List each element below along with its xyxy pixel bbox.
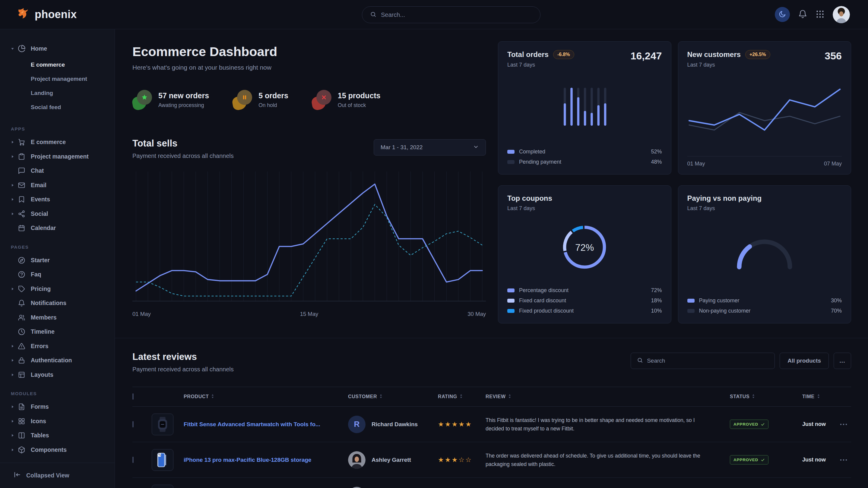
sidebar-item-e-commerce[interactable]: E commerce [0,135,115,150]
sidebar-item-timeline[interactable]: Timeline [0,325,115,339]
legend-label: Fixed card discount [519,297,566,304]
sidebar-item-pricing[interactable]: Pricing [0,282,115,296]
select-all-checkbox[interactable] [132,393,134,400]
sidebar-subitem-e-commerce[interactable]: E commerce [0,58,115,72]
top-coupons-card: Top coupons Last 7 days 72% Percentage d… [498,185,671,323]
sidebar-item-icons[interactable]: Icons [0,414,115,429]
sidebar-section-modules: MODULES [0,391,115,396]
sidebar-item-calendar[interactable]: Calendar [0,221,115,235]
avatar [348,451,366,469]
apps-grid-button[interactable] [815,10,825,20]
legend-swatch [687,299,694,303]
sidebar-item-errors[interactable]: Errors [0,339,115,354]
legend-label: Percentage discount [519,287,568,294]
sidebar-item-chat[interactable]: Chat [0,164,115,178]
phoenix-logo-icon [16,7,30,22]
sidebar-item-social[interactable]: Social [0,207,115,221]
pie-chart-icon [18,44,26,53]
card-value: 16,247 [631,50,662,62]
quick-stats: 57 new orders Awating processing 5 order… [132,90,486,110]
column-header-product[interactable]: PRODUCT [184,394,348,400]
latest-reviews-section: Latest reviews Payment received across a… [115,338,868,488]
status-badge: APPROVED [730,455,769,464]
sidebar-item-forms[interactable]: Forms [0,400,115,414]
sidebar-item-layouts[interactable]: Layouts [0,368,115,382]
bell-icon [798,9,807,20]
x-axis-label: 07 May [824,161,842,167]
sidebar-item-home[interactable]: Home [0,41,115,56]
sidebar-item-label: Members [31,314,57,321]
apps-grid-icon [815,10,825,20]
avatar [348,487,366,488]
total-sells-x-labels: 01 May15 May30 May [132,311,486,317]
reviews-search-input[interactable] [647,357,769,364]
x-icon [312,90,332,110]
paying-vs-non-paying-card: Paying vs non paying Last 7 days Paying … [678,185,851,323]
legend-value: 72% [651,287,662,294]
user-avatar[interactable] [833,6,850,23]
sidebar-item-starter[interactable]: Starter [0,253,115,268]
navbar-search-input[interactable] [381,11,532,19]
sidebar-item-authentication[interactable]: Authentication [0,353,115,368]
sort-icon [211,394,214,400]
all-products-button[interactable]: All products [780,353,829,369]
column-header-rating[interactable]: RATING [438,394,486,400]
sidebar-item-tables[interactable]: Tables [0,428,115,443]
legend-swatch [687,309,694,313]
sidebar-item-members[interactable]: Members [0,311,115,325]
sidebar-item-project-management[interactable]: Project management [0,150,115,164]
legend-label: Pending payment [519,159,561,165]
row-checkbox[interactable] [132,457,134,463]
row-checkbox[interactable] [132,421,134,427]
sidebar-item-label: Events [31,196,50,203]
column-header-review[interactable]: REVIEW [486,394,730,400]
cart-icon [18,138,26,146]
legend-swatch [507,309,515,313]
column-header-status[interactable]: STATUS [730,394,802,400]
date-range-value: Mar 1 - 31, 2022 [381,144,423,151]
clipboard-icon [18,153,26,160]
search-icon [370,11,376,19]
brand[interactable]: phoenix [0,7,115,22]
theme-toggle-button[interactable] [775,7,790,22]
column-header-time[interactable]: TIME [802,394,840,400]
sidebar-subitem-landing[interactable]: Landing [0,86,115,100]
notifications-button[interactable] [798,9,807,20]
clock-icon [18,328,26,335]
legend-item-completed: Completed 52% [507,147,662,157]
column-header-customer[interactable]: CUSTOMER [348,394,438,400]
x-axis-label: 30 May [467,311,486,317]
x-axis-label: 01 May [132,311,151,317]
sidebar-item-components[interactable]: Components [0,443,115,457]
card-title: Paying vs non paying [687,194,762,202]
legend-swatch [507,150,515,154]
sidebar-item-events[interactable]: Events [0,192,115,207]
stat-subtext: On hold [258,102,288,108]
sidebar-item-label: Chat [31,167,44,174]
reviews-search [631,353,775,369]
more-options-button[interactable]: ... [834,353,851,369]
chevron-right-icon [10,373,15,377]
chevron-right-icon [10,183,15,187]
card-title: Top coupons [507,194,552,202]
product-link[interactable]: iPhone 13 pro max-Pacific Blue-128GB sto… [184,457,348,463]
total-orders-chart [507,68,662,145]
sidebar-item-faq[interactable]: Faq [0,267,115,282]
compass-icon [18,257,26,264]
row-actions-button[interactable] [840,459,851,461]
sidebar-item-notifications[interactable]: Notifications [0,296,115,311]
status-badge: APPROVED [730,420,769,429]
date-range-select[interactable]: Mar 1 - 31, 2022 [374,139,486,156]
home-submenu: E commerceProject managementLandingSocia… [0,56,115,117]
legend-label: Non-paying customer [699,308,751,314]
product-link[interactable]: Fitbit Sense Advanced Smartwatch with To… [184,421,348,428]
sidebar-subitem-project-management[interactable]: Project management [0,72,115,86]
row-actions-button[interactable] [840,423,851,425]
sidebar-item-email[interactable]: Email [0,178,115,193]
chevron-right-icon [10,419,15,423]
sidebar-item-label: Starter [31,257,50,264]
legend-value: 30% [831,297,842,304]
stat-subtext: Out of stock [338,102,381,108]
collapsed-view-toggle[interactable]: Collapsed View [0,463,115,488]
sidebar-subitem-social-feed[interactable]: Social feed [0,100,115,114]
